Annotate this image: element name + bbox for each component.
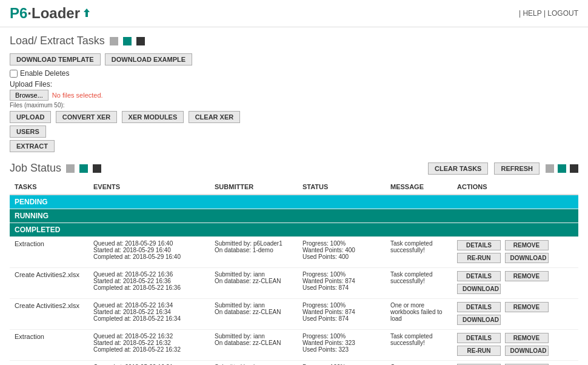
logout-link[interactable]: LOGOUT <box>547 9 578 18</box>
sq-gray-1 <box>110 37 118 45</box>
remove-button[interactable]: REMOVE <box>505 333 549 343</box>
logo-p6: P6 <box>10 5 27 22</box>
actions-cell: DETAILS REMOVE DOWNLOAD <box>452 268 578 299</box>
logo-loader-text: Loader <box>32 5 80 22</box>
col-submitter: SUBMITTER <box>210 179 298 195</box>
task-cell: Extraction <box>10 330 89 361</box>
xer-buttons-row: UPLOAD CONVERT XER XER MODULES CLEAR XER <box>10 111 578 123</box>
upload-files-row: Upload Files: <box>10 80 578 89</box>
rerun-button[interactable]: RE-RUN <box>457 346 501 356</box>
enable-deletes-label: Enable Deletes <box>20 69 69 78</box>
actions-cell: DETAILS REMOVE DOWNLOAD <box>452 299 578 330</box>
actions-grid: DETAILS REMOVE RE-RUN DOWNLOAD <box>457 240 551 264</box>
table-row: Extraction Queued at: 2018-05-22 16:32 S… <box>10 330 578 361</box>
sq-teal-1 <box>123 37 132 45</box>
sq-gray-3 <box>546 164 554 173</box>
users-extract-row: USERS EXTRACT <box>10 126 578 152</box>
events-cell: Queued at: 2018-05-22 16:32 Started at: … <box>89 330 210 361</box>
message-cell: One or more workbooks failed to load <box>386 361 452 366</box>
actions-grid: DETAILS REMOVE DOWNLOAD <box>457 271 551 295</box>
header-nav: | HELP | LOGOUT <box>519 9 578 18</box>
table-row: Create Activities2.xlsx Queued at: 2018-… <box>10 268 578 299</box>
download-button[interactable]: DOWNLOAD <box>457 284 501 294</box>
sq-teal-2 <box>79 164 88 173</box>
job-status-title-group: Job Status <box>10 162 101 175</box>
job-status-title: Job Status <box>10 162 61 175</box>
rerun-button[interactable]: RE-RUN <box>457 253 501 263</box>
refresh-button[interactable]: REFRESH <box>494 162 540 175</box>
load-extract-title: Load/ Extract Tasks <box>10 35 105 47</box>
status-cell: Progress: 100% Wanted Points: 874 Used P… <box>298 299 386 330</box>
sq-dark-2 <box>93 164 101 173</box>
enable-deletes-checkbox[interactable] <box>10 70 18 78</box>
extract-button[interactable]: EXTRACT <box>10 140 55 152</box>
download-buttons-row: DOWNLOAD TEMPLATE DOWNLOAD EXAMPLE <box>10 53 578 65</box>
col-actions: ACTIONS <box>452 179 578 195</box>
status-cell: Progress: 100% Wanted Points: 874 Used P… <box>298 268 386 299</box>
submitter-cell: Submitted by: iann On database: zz-CLEAN <box>210 330 298 361</box>
upload-button[interactable]: UPLOAD <box>10 111 51 123</box>
no-files-label: No files selected. <box>52 92 103 99</box>
remove-button[interactable]: REMOVE <box>505 240 549 250</box>
actions-grid: DETAILS REMOVE DOWNLOAD <box>457 302 551 326</box>
submitter-cell: Submitted by: iann On database: zz-CLEAN <box>210 299 298 330</box>
header: P6 · Loader | HELP | LOGOUT <box>0 0 588 27</box>
users-button[interactable]: USERS <box>10 126 46 138</box>
completed-label: COMPLETED <box>10 223 578 237</box>
sq-dark-1 <box>136 37 145 45</box>
details-button[interactable]: DETAILS <box>457 271 501 281</box>
logo-hyphen: · <box>27 5 32 22</box>
pending-section-row: PENDING <box>10 195 578 209</box>
details-button[interactable]: DETAILS <box>457 333 501 343</box>
col-status: STATUS <box>298 179 386 195</box>
help-link[interactable]: HELP <box>523 9 541 18</box>
pending-label: PENDING <box>10 195 578 209</box>
actions-cell: DETAILS REMOVE DOWNLOAD <box>452 361 578 366</box>
download-template-button[interactable]: DOWNLOAD TEMPLATE <box>10 53 101 65</box>
download-button[interactable]: DOWNLOAD <box>505 253 549 263</box>
job-table: TASKS EVENTS SUBMITTER STATUS MESSAGE AC… <box>10 179 578 365</box>
events-cell: Queued at: 2018-05-22 16:36 Started at: … <box>89 268 210 299</box>
convert-xer-button[interactable]: CONVERT XER <box>56 111 117 123</box>
job-status-section: Job Status CLEAR TASKS REFRESH TASKS EVE… <box>10 162 578 365</box>
message-cell: Task completed successfully! <box>386 237 452 268</box>
load-extract-title-row: Load/ Extract Tasks <box>10 35 578 47</box>
xer-modules-button[interactable]: XER MODULES <box>122 111 184 123</box>
sq-gray-2 <box>66 164 75 173</box>
download-example-button[interactable]: DOWNLOAD EXAMPLE <box>105 53 192 65</box>
actions-cell: DETAILS REMOVE RE-RUN DOWNLOAD <box>452 237 578 268</box>
loader-icon <box>81 7 92 18</box>
main-content: Load/ Extract Tasks DOWNLOAD TEMPLATE DO… <box>0 27 588 365</box>
status-cell: Progress: 100% Wanted Points: 874 Used P… <box>298 361 386 366</box>
remove-button[interactable]: REMOVE <box>505 271 549 281</box>
details-button[interactable]: DETAILS <box>457 240 501 250</box>
submitter-cell: Submitted by: p6Loader1 On database: 1-d… <box>210 237 298 268</box>
clear-xer-button[interactable]: CLEAR XER <box>189 111 241 123</box>
clear-tasks-button[interactable]: CLEAR TASKS <box>428 162 488 175</box>
download-button[interactable]: DOWNLOAD <box>505 346 549 356</box>
table-row: Extraction Queued at: 2018-05-29 16:40 S… <box>10 237 578 268</box>
load-extract-section: Load/ Extract Tasks DOWNLOAD TEMPLATE DO… <box>10 35 578 152</box>
running-section-row: RUNNING <box>10 209 578 223</box>
browse-button[interactable]: Browse... <box>10 90 48 101</box>
events-cell: Queued at: 2018-05-22 16:31 Started at: … <box>89 361 210 366</box>
task-cell: Extraction <box>10 237 89 268</box>
table-header-row: TASKS EVENTS SUBMITTER STATUS MESSAGE AC… <box>10 179 578 195</box>
events-cell: Queued at: 2018-05-29 16:40 Started at: … <box>89 237 210 268</box>
actions-grid: DETAILS REMOVE RE-RUN DOWNLOAD <box>457 333 551 357</box>
remove-button[interactable]: REMOVE <box>505 302 549 312</box>
details-button[interactable]: DETAILS <box>457 302 501 312</box>
download-button[interactable]: DOWNLOAD <box>457 315 501 325</box>
sq-teal-3 <box>558 164 566 173</box>
logo: P6 · Loader <box>10 5 92 22</box>
col-events: EVENTS <box>89 179 210 195</box>
col-message: MESSAGE <box>386 179 452 195</box>
status-cell: Progress: 100% Wanted Points: 323 Used P… <box>298 330 386 361</box>
job-status-header-row: Job Status CLEAR TASKS REFRESH <box>10 162 578 175</box>
submitter-cell: Submitted by: iann On database: zz-CLEAN <box>210 268 298 299</box>
message-cell: Task completed successfully! <box>386 330 452 361</box>
upload-label: Upload Files: <box>10 80 52 89</box>
enable-deletes-row: Enable Deletes <box>10 69 578 78</box>
task-cell: Create Activities2.xlsx <box>10 299 89 330</box>
file-input-row: Browse... No files selected. <box>10 90 578 101</box>
